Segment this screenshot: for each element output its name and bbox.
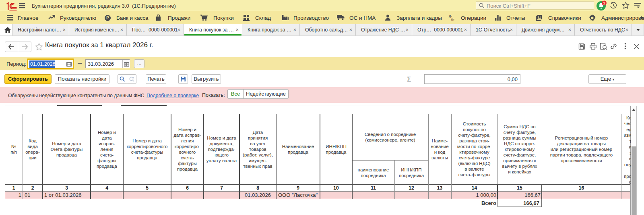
svg-text:P: P (106, 15, 109, 20)
svg-text:Кт: Кт (451, 18, 455, 21)
svg-text:1: 1 (603, 1, 605, 5)
